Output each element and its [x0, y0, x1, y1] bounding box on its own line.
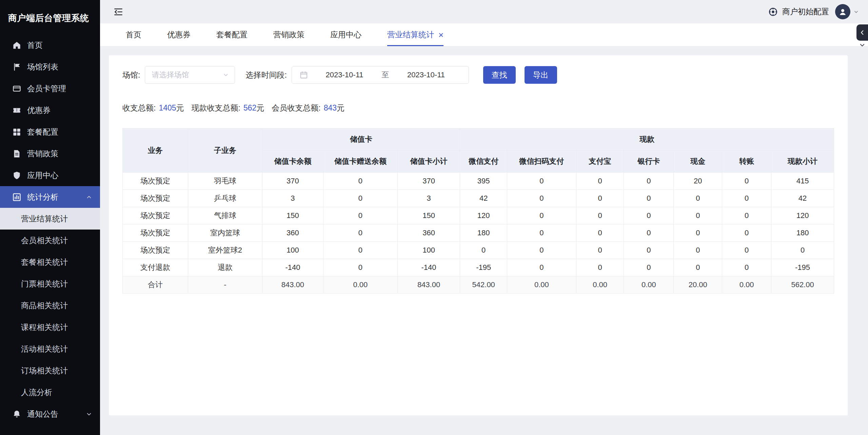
sidebar-subitem-business-settlement[interactable]: 营业结算统计	[0, 208, 100, 230]
filter-row: 场馆: 请选择场馆 选择时间段: 2023-10-11 至	[122, 66, 834, 84]
export-button[interactable]: 导出	[525, 66, 557, 84]
date-separator: 至	[379, 70, 391, 80]
summary-value: 562	[243, 103, 256, 113]
sidebar-item-packages[interactable]: 套餐配置	[0, 121, 100, 143]
sidebar-subitem-package-stats[interactable]: 套餐相关统计	[0, 251, 100, 273]
main-card: 场馆: 请选择场馆 选择时间段: 2023-10-11 至	[109, 55, 848, 415]
body-cell: 0	[624, 190, 674, 207]
tab-label: 营销政策	[273, 29, 304, 40]
content: 场馆: 请选择场馆 选择时间段: 2023-10-11 至	[100, 46, 868, 435]
tab-marketing[interactable]: 营销政策	[273, 23, 304, 46]
sidebar-subitem-product-stats[interactable]: 商品相关统计	[0, 295, 100, 316]
chevron-up-icon	[85, 194, 93, 201]
footer-cell: -	[188, 276, 262, 294]
tab-home[interactable]: 首页	[126, 23, 141, 46]
tab-coupons[interactable]: 优惠券	[167, 23, 191, 46]
tab-packages[interactable]: 套餐配置	[216, 23, 248, 46]
body-cell: -140	[262, 259, 323, 276]
search-button[interactable]: 查找	[483, 66, 516, 84]
sidebar-item-notices[interactable]: 通知公告	[0, 403, 100, 425]
body-cell: 3	[397, 190, 460, 207]
tab-business-settlement[interactable]: 营业结算统计×	[387, 23, 443, 46]
body-cell: 0	[624, 173, 674, 190]
footer-cell: 0.00	[323, 276, 397, 294]
body-cell: 0	[722, 224, 771, 242]
sidebar-item-label: 应用中心	[27, 170, 58, 181]
header-cell: 转账	[722, 151, 771, 173]
package-icon	[12, 127, 21, 137]
date-range-picker[interactable]: 2023-10-11 至 2023-10-11	[292, 66, 469, 84]
tab-close-icon[interactable]: ×	[438, 31, 443, 39]
sidebar-item-marketing[interactable]: 营销政策	[0, 143, 100, 164]
footer-cell: 0.00	[722, 276, 771, 294]
body-cell: 0	[624, 242, 674, 259]
caret-down-icon[interactable]	[853, 9, 859, 15]
table-row: 场次预定气排球150015012000000120	[123, 207, 834, 224]
merchant-config-button[interactable]: 商户初始配置	[768, 6, 829, 17]
body-cell: 0	[323, 190, 397, 207]
chevron-left-icon	[859, 29, 866, 36]
table-row: 场次预定室内篮球360036018000000180	[123, 224, 834, 242]
sidebar-item-app-center[interactable]: 应用中心	[0, 164, 100, 186]
venue-select-placeholder: 请选择场馆	[152, 70, 222, 80]
sidebar-subitem-booking-stats[interactable]: 订场相关统计	[0, 360, 100, 381]
user-avatar-icon	[838, 7, 847, 16]
body-cell: 0	[507, 242, 576, 259]
sidebar-item-member-cards[interactable]: 会员卡管理	[0, 78, 100, 99]
body-cell: 20	[674, 173, 722, 190]
header-cell: 储值卡余额	[262, 151, 323, 173]
header-cell: 子业务	[188, 128, 262, 173]
sidebar-item-label: 套餐配置	[27, 127, 58, 137]
avatar[interactable]	[835, 4, 850, 19]
body-cell: 42	[771, 190, 834, 207]
menu-fold-icon	[113, 6, 124, 17]
tab-label: 套餐配置	[216, 29, 248, 40]
tab-app-center[interactable]: 应用中心	[330, 23, 361, 46]
summary-bar: 收支总额:1405元现款收支总额:562元会员收支总额:843元	[122, 103, 834, 113]
panel-toggle-button[interactable]	[856, 24, 868, 41]
body-cell: 415	[771, 173, 834, 190]
panel-collapse-button[interactable]	[859, 41, 866, 49]
sidebar-item-label: 通知公告	[27, 409, 58, 419]
footer-cell: 合计	[123, 276, 188, 294]
header-cell: 银行卡	[624, 151, 674, 173]
header-cell: 现金	[674, 151, 722, 173]
body-cell: 0	[460, 242, 507, 259]
sidebar-subitem-course-stats[interactable]: 课程相关统计	[0, 316, 100, 338]
body-cell: 0	[624, 259, 674, 276]
footer-cell: 20.00	[674, 276, 722, 294]
sidebar-subitem-member-stats[interactable]: 会员相关统计	[0, 230, 100, 251]
body-cell: 0	[722, 190, 771, 207]
sidebar-subitem-activity-stats[interactable]: 活动相关统计	[0, 338, 100, 360]
body-cell: 360	[397, 224, 460, 242]
body-cell: -140	[397, 259, 460, 276]
sidebar-item-home[interactable]: 首页	[0, 34, 100, 56]
chevron-down-icon	[859, 41, 866, 49]
app-root: 商户端后台管理系统 首页场馆列表会员卡管理优惠券套餐配置营销政策应用中心统计分析…	[0, 0, 868, 435]
sidebar-item-venues[interactable]: 场馆列表	[0, 56, 100, 78]
body-cell: 0	[323, 173, 397, 190]
date-start-value[interactable]: 2023-10-11	[310, 71, 380, 79]
table-row: 场次预定乒乓球303420000042	[123, 190, 834, 207]
sidebar-collapse-button[interactable]	[112, 5, 125, 19]
header-group-cell: 现款	[460, 128, 834, 151]
merchant-config-icon	[768, 7, 778, 17]
body-cell: 场次预定	[123, 224, 188, 242]
summary-label: 收支总额:	[122, 103, 156, 113]
body-cell: 0	[323, 224, 397, 242]
date-end-value[interactable]: 2023-10-11	[391, 71, 461, 79]
body-cell: 0	[674, 190, 722, 207]
sidebar-subitem-label: 课程相关统计	[21, 322, 68, 333]
tabs-container: 首页优惠券套餐配置营销政策应用中心营业结算统计×	[126, 23, 443, 46]
sidebar-item-coupons[interactable]: 优惠券	[0, 99, 100, 121]
body-cell: 羽毛球	[188, 173, 262, 190]
sidebar-subitem-label: 营业结算统计	[21, 214, 68, 224]
sidebar-item-statistics[interactable]: 统计分析	[0, 186, 100, 208]
venue-select[interactable]: 请选择场馆	[145, 66, 235, 84]
body-cell: 0	[674, 224, 722, 242]
body-cell: 0	[507, 259, 576, 276]
vip-card-icon	[12, 84, 21, 93]
bell-icon	[12, 410, 21, 419]
sidebar-subitem-traffic-analysis[interactable]: 人流分析	[0, 381, 100, 403]
sidebar-subitem-ticket-stats[interactable]: 门票相关统计	[0, 273, 100, 295]
